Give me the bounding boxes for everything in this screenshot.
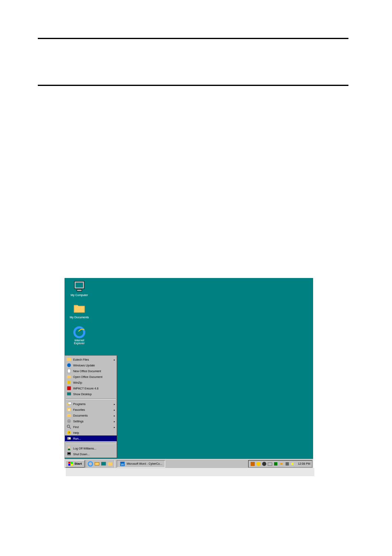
svg-point-3: [74, 327, 84, 337]
shutdown-icon: [67, 452, 71, 456]
svg-rect-1: [76, 283, 83, 287]
menu-item-shutdown[interactable]: Shut Down...: [65, 451, 117, 457]
menu-label: Show Desktop: [73, 393, 92, 396]
help-icon: ?: [67, 430, 71, 435]
menu-label: New Office Document: [73, 370, 101, 373]
svg-rect-41: [286, 462, 289, 466]
menu-item-documents[interactable]: Documents ▸: [65, 412, 117, 418]
run-icon: [67, 436, 71, 441]
desktop-icon-my-computer[interactable]: My Computer: [69, 280, 89, 297]
volume-icon[interactable]: [291, 461, 295, 466]
menu-separator: [66, 443, 116, 444]
svg-rect-6: [67, 369, 71, 373]
svg-rect-40: [274, 462, 277, 466]
menu-item-programs[interactable]: Programs ▸: [65, 401, 117, 407]
ie-icon: [73, 326, 86, 339]
menu-item-find[interactable]: Find ▸: [65, 424, 117, 430]
menu-label: WinZip: [73, 381, 82, 384]
quick-launch-bar: [85, 460, 115, 468]
folder-icon[interactable]: [107, 461, 113, 467]
svg-rect-29: [71, 464, 73, 466]
start-menu-bottom-section: Log Off Williams... Shut Down...: [65, 445, 117, 458]
menu-item-favorites[interactable]: Favorites ▸: [65, 407, 117, 412]
icon-label: My Documents: [69, 316, 89, 319]
tray-icon[interactable]: [279, 461, 284, 466]
tray-icon[interactable]: [285, 461, 290, 466]
taskbar-clock[interactable]: 12:08 PM: [298, 462, 310, 465]
menu-item-logoff[interactable]: Log Off Williams...: [65, 445, 117, 451]
menu-item-winzip[interactable]: WinZip: [65, 380, 117, 385]
menu-label: Documents: [73, 414, 88, 417]
svg-rect-25: [68, 453, 70, 454]
folder-icon: [73, 302, 86, 315]
chevron-right-icon: ▸: [114, 408, 115, 411]
favorites-icon: [67, 407, 71, 412]
start-menu-top-section: Eutech Files ▸ Windows Update New Office…: [65, 356, 117, 398]
menu-label: Open Office Document: [73, 375, 102, 378]
chevron-right-icon: ▸: [114, 426, 115, 429]
desktop-icon-my-documents[interactable]: My Documents: [69, 302, 89, 319]
svg-point-5: [67, 364, 71, 367]
doc-new-icon: [67, 368, 71, 373]
start-button[interactable]: Start: [65, 460, 85, 468]
svg-point-17: [69, 421, 70, 422]
menu-label: Run...: [73, 437, 81, 440]
logoff-icon: [67, 446, 71, 451]
menu-item-impact-encore[interactable]: IMPACT Encore 4.8: [65, 385, 117, 391]
tray-icon[interactable]: [250, 461, 255, 466]
svg-rect-27: [71, 462, 73, 463]
windows-logo-icon: [68, 462, 73, 466]
svg-rect-26: [68, 462, 70, 463]
svg-rect-11: [67, 392, 71, 395]
svg-point-30: [88, 461, 93, 466]
svg-rect-28: [68, 464, 70, 466]
tray-icon[interactable]: [256, 461, 261, 466]
svg-point-38: [262, 462, 266, 466]
svg-rect-7: [67, 375, 71, 378]
svg-rect-33: [108, 462, 113, 466]
menu-label: IMPACT Encore 4.8: [73, 387, 99, 390]
svg-rect-32: [101, 462, 106, 465]
chevron-right-icon: ▸: [114, 403, 115, 405]
image-shadow: [66, 468, 314, 476]
windows-desktop-screenshot: My Computer My Documents Internet Explor…: [65, 278, 313, 468]
menu-item-open-office-doc[interactable]: Open Office Document: [65, 374, 117, 380]
ie-icon[interactable]: [88, 461, 93, 467]
start-menu-middle-section: Programs ▸ Favorites ▸ Documents ▸ Setti…: [65, 400, 117, 442]
menu-item-show-desktop[interactable]: Show Desktop: [65, 391, 117, 397]
desktop-icon[interactable]: [101, 461, 106, 467]
tray-icon[interactable]: [273, 461, 278, 466]
menu-item-eutech-files[interactable]: Eutech Files ▸: [65, 357, 117, 362]
taskbar-task-button[interactable]: W Microsoft Word - CyberCo...: [117, 460, 165, 468]
menu-separator: [66, 398, 116, 399]
folder-icon: [67, 357, 71, 362]
svg-rect-10: [67, 387, 71, 390]
menu-item-settings[interactable]: Settings ▸: [65, 418, 117, 424]
tray-icon[interactable]: [262, 461, 267, 466]
chevron-right-icon: ▸: [114, 414, 115, 417]
menu-item-help[interactable]: ? Help: [65, 430, 117, 436]
start-menu: Eutech Files ▸ Windows Update New Office…: [65, 355, 117, 458]
computer-icon: [73, 280, 86, 293]
menu-item-new-office-doc[interactable]: New Office Document: [65, 368, 117, 374]
desktop-icon-internet-explorer[interactable]: Internet Explorer: [69, 326, 89, 345]
taskbar: Start W Microsoft Word - CyberCo... 12:0…: [65, 459, 313, 468]
menu-label: Find: [73, 426, 79, 429]
icon-label: My Computer: [69, 294, 89, 297]
impact-icon: [67, 386, 71, 391]
outlook-icon[interactable]: [94, 461, 100, 467]
find-icon: [67, 424, 71, 429]
chevron-right-icon: ▸: [114, 358, 115, 361]
winzip-icon: [67, 380, 71, 385]
menu-item-windows-update[interactable]: Windows Update: [65, 362, 117, 368]
svg-rect-13: [68, 402, 71, 405]
programs-icon: [67, 401, 71, 406]
menu-label: Windows Update: [73, 364, 95, 367]
settings-icon: [67, 419, 71, 424]
word-icon: W: [120, 461, 125, 467]
tray-icon[interactable]: [267, 461, 272, 466]
svg-line-19: [69, 427, 71, 429]
svg-rect-15: [67, 414, 71, 417]
menu-item-run[interactable]: Run...: [65, 436, 117, 441]
system-tray: 12:08 PM: [248, 460, 312, 468]
